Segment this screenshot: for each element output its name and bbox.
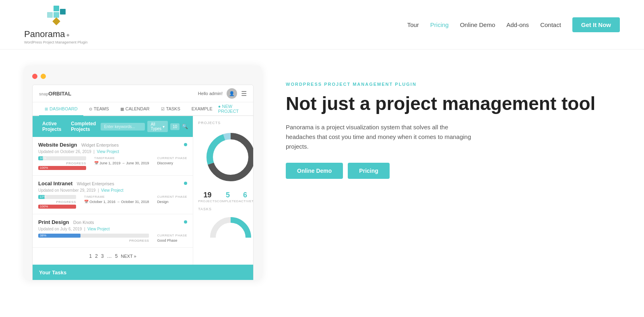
filter-label: All Types [151, 122, 161, 131]
progress-label: PROGRESS [38, 200, 76, 204]
project-meta: Updated on July 6, 2019 | View Project [38, 227, 187, 231]
inner-logo: snapORBITAL [39, 91, 71, 97]
hamburger-icon[interactable]: ☰ [241, 90, 247, 97]
table-row: Local Intranet Widget Enterprises Update… [33, 176, 193, 214]
project-status-dot [184, 220, 187, 224]
inner-nav-label-teams: TEAMS [94, 106, 109, 111]
page-2[interactable]: 2 [95, 253, 98, 259]
timeframe-value: 📅 October 1, 2016 → October 31, 2018 [84, 200, 149, 204]
projects-section-title: PROJECTS [198, 121, 254, 125]
nav-link-tour[interactable]: Tour [407, 21, 419, 28]
project-title-block: Local Intranet Widget Enterprises [38, 180, 114, 187]
admin-greeting: Hello admin! [198, 91, 223, 96]
project-name: Website Design [38, 142, 77, 148]
table-row: Print Design Don Knots Updated on July 6… [33, 214, 193, 248]
progress-bar-bg-2: 100% [38, 205, 76, 209]
timeframe-value: 📅 June 1, 2019 → June 30, 2019 [94, 161, 149, 165]
page-1[interactable]: 1 [89, 253, 92, 259]
tasks-chart-partial [198, 213, 254, 238]
search-input[interactable] [101, 123, 145, 131]
logo-text: Panorama◆ [24, 29, 87, 39]
new-project-button[interactable]: ● NEW PROJECT [218, 104, 247, 114]
timeframe-block: TIMEFRAME 📅 October 1, 2016 → October 31… [84, 195, 149, 204]
main-description: Panorama is a project visualization syst… [286, 122, 479, 151]
stat-lbl-projects: PROJECTS [198, 199, 217, 203]
inner-nav-tasks[interactable]: ☑ TASKS [155, 102, 186, 116]
inner-nav-label-calendar: CALENDAR [126, 106, 150, 111]
timeframe-block: TIMEFRAME 📅 June 1, 2019 → June 30, 2019 [94, 156, 149, 165]
pagination: 1 2 3 … 5 NEXT » [33, 248, 193, 265]
phase-block: CURRENT PHASE Good Phase [157, 234, 187, 242]
project-title-block: Print Design Don Knots [38, 218, 94, 226]
phase-label: CURRENT PHASE [157, 156, 187, 160]
progress-pct-2: 100% [40, 166, 48, 170]
progress-row-1: 10% [38, 156, 86, 160]
eyebrow-text: WORDPRESS PROJECT MANAGEMENT PLUGIN [286, 82, 620, 87]
calendar-icon-small: 📅 [84, 200, 89, 204]
left-panel: Active Projects Completed Projects All T… [33, 116, 193, 265]
stat-num-completed: 5 [217, 191, 239, 199]
inner-nav-dashboard[interactable]: ⊞ DASHBOARD [39, 102, 83, 116]
progress-pct: 17% [40, 195, 46, 199]
filter-dropdown[interactable]: All Types ▾ [147, 121, 168, 132]
online-demo-button[interactable]: Online Demo [286, 163, 343, 179]
view-project-link[interactable]: View Project [97, 149, 119, 154]
project-title-row: Print Design Don Knots [38, 218, 187, 226]
nav-link-online-demo[interactable]: Online Demo [460, 21, 495, 28]
progress-section: 10% PROGRESS 100% [38, 156, 187, 171]
nav-link-pricing[interactable]: Pricing [430, 21, 449, 28]
progress-bar-bg: 17% [38, 195, 76, 199]
stat-completed: 5 COMPLETED [217, 191, 239, 203]
progress-pct: 38% [40, 234, 46, 238]
tab-active-projects[interactable]: Active Projects [37, 119, 66, 134]
inner-nav-links: ⊞ DASHBOARD ⊙ TEAMS ▦ CALENDAR ☑ TASKS [39, 102, 218, 115]
svg-rect-4 [52, 17, 60, 25]
pricing-button[interactable]: Pricing [348, 163, 389, 179]
stats-row: 19 PROJECTS 5 COMPLETED 6 ACTIVE 2 [198, 191, 254, 203]
right-content: WORDPRESS PROJECT MANAGEMENT PLUGIN Not … [278, 66, 620, 280]
progress-bar-fill-2: 100% [38, 166, 86, 170]
page-3[interactable]: 3 [101, 253, 104, 259]
page-next[interactable]: NEXT » [121, 254, 136, 259]
progress-label: PROGRESS [38, 239, 149, 242]
tab-completed-projects[interactable]: Completed Projects [66, 119, 101, 134]
progress-label: PROGRESS [38, 162, 86, 165]
get-it-now-button[interactable]: Get It Now [572, 17, 620, 32]
inner-logo-snap: snap [39, 92, 48, 96]
view-project-link[interactable]: View Project [87, 227, 109, 231]
progress-section: 38% PROGRESS CURRENT PHASE Good Phase [38, 234, 187, 243]
svg-rect-2 [54, 12, 59, 18]
chevron-down-icon: ▾ [163, 124, 165, 129]
nav-link-contact[interactable]: Contact [540, 21, 561, 28]
page-ellipsis: … [107, 253, 112, 259]
main-content: snapORBITAL Hello admin! 👤 ☰ ⊞ DASHBOARD… [0, 50, 644, 296]
svg-rect-3 [47, 12, 53, 18]
window-dots [32, 74, 254, 79]
stat-num-projects: 19 [198, 191, 217, 199]
inner-nav-example[interactable]: EXAMPLE [186, 102, 218, 116]
view-project-link[interactable]: View Project [101, 188, 123, 193]
cta-buttons: Online Demo Pricing [286, 163, 620, 179]
phase-block: CURRENT PHASE Design [157, 195, 187, 204]
project-meta: Updated on November 29, 2019 | View Proj… [38, 188, 187, 193]
inner-nav-teams[interactable]: ⊙ TEAMS [83, 102, 115, 116]
stat-lbl-completed: COMPLETED [217, 199, 239, 203]
teams-icon: ⊙ [89, 107, 92, 111]
svg-rect-0 [54, 6, 59, 11]
inner-app: snapORBITAL Hello admin! 👤 ☰ ⊞ DASHBOARD… [32, 85, 254, 280]
project-name: Print Design [38, 219, 69, 225]
nav-link-addons[interactable]: Add-ons [506, 21, 529, 28]
calendar-icon-small: 📅 [94, 161, 99, 165]
phase-value: Good Phase [157, 238, 187, 242]
page-5[interactable]: 5 [115, 253, 118, 259]
dashboard-icon: ⊞ [45, 107, 48, 111]
inner-nav-calendar[interactable]: ▦ CALENDAR [115, 102, 155, 116]
phase-value: Design [157, 200, 187, 204]
donut-chart [202, 129, 254, 185]
phase-label: CURRENT PHASE [157, 195, 187, 199]
search-icon[interactable]: 🔍 [182, 124, 188, 129]
inner-logo-orbital: ORBITAL [48, 91, 71, 97]
timeframe-label: TIMEFRAME [84, 195, 149, 199]
tasks-icon: ☑ [161, 107, 165, 111]
progress-row-2: 100% [38, 205, 76, 209]
